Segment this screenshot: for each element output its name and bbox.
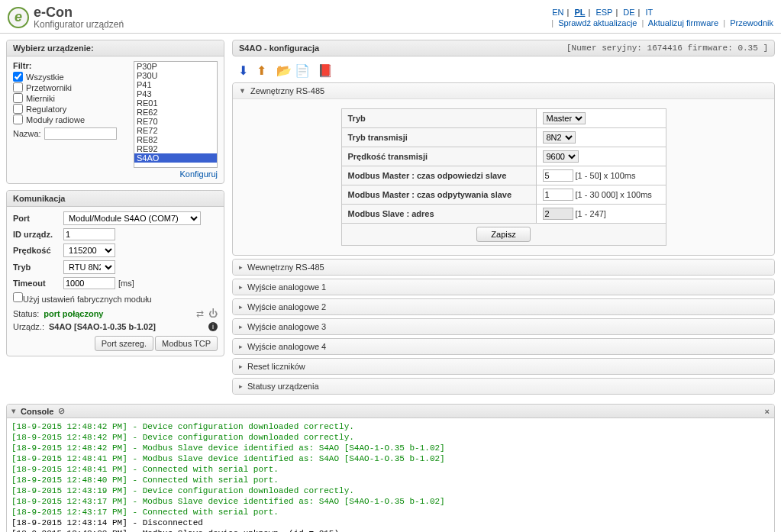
- app-header: e e-Con Konfigurator urządzeń EN| PL| ES…: [0, 0, 781, 34]
- section-internal-rs485[interactable]: ▸Wewnętrzny RS-485: [233, 260, 774, 275]
- device-list-item[interactable]: P41: [134, 80, 217, 89]
- cb-regulators[interactable]: [13, 104, 23, 114]
- open-folder-icon[interactable]: 📂: [276, 63, 292, 78]
- name-input[interactable]: [44, 127, 117, 140]
- device-list-item[interactable]: P43: [134, 89, 217, 98]
- section-external-rs485: ▼Zewnętrzny RS-485 TrybMaster Tryb trans…: [232, 82, 775, 256]
- serial-info: [Numer seryjny: 1674416 firmware: 0.35 ]: [566, 44, 768, 53]
- section-reset-counters[interactable]: ▸Reset liczników: [233, 359, 774, 374]
- console-close-icon[interactable]: ×: [765, 407, 770, 416]
- section-ao3[interactable]: ▸Wyjście analogowe 3: [233, 319, 774, 334]
- chevron-right-icon: ▸: [239, 303, 243, 311]
- param-speed-select[interactable]: 9600: [543, 150, 579, 163]
- logo-icon: e: [8, 7, 29, 28]
- lang-pl[interactable]: PL: [574, 8, 585, 17]
- console-title: Console: [21, 407, 53, 416]
- lang-esp[interactable]: ESP: [595, 8, 612, 17]
- communication-panel: Komunikacja PortModul/Module S4AO (COM7)…: [6, 190, 224, 356]
- console-panel: ▾ Console ⊘ × [18-9-2015 12:48:42 PM] - …: [6, 404, 775, 532]
- device-list[interactable]: P30PP30UP41P43RE01RE62RE70RE72RE82RE92S4…: [134, 61, 218, 168]
- device-list-item[interactable]: RE62: [134, 108, 217, 117]
- section-device-status[interactable]: ▸Statusy urządzenia: [233, 379, 774, 394]
- device-list-item[interactable]: RE70: [134, 117, 217, 126]
- cb-all[interactable]: [13, 72, 23, 82]
- status-value: port połączony: [44, 309, 103, 318]
- comm-panel-title: Komunikacja: [7, 191, 224, 207]
- mode-select[interactable]: RTU 8N2: [63, 260, 115, 274]
- save-button[interactable]: Zapisz: [476, 227, 530, 242]
- chevron-right-icon: ▸: [239, 343, 243, 350]
- chevron-down-icon: ▼: [239, 87, 246, 95]
- config-toolbar: ⬇ ⬆ 📂 📄 📕: [232, 61, 775, 82]
- device-list-item[interactable]: RE72: [134, 126, 217, 135]
- console-line: [18-9-2015 12:48:41 PM] - Connected with…: [11, 464, 770, 475]
- chevron-right-icon: ▸: [239, 363, 243, 370]
- console-line: [18-9-2015 12:43:17 PM] - Modbus Slave d…: [11, 496, 770, 507]
- chevron-right-icon: ▸: [239, 382, 243, 390]
- section-ao4[interactable]: ▸Wyjście analogowe 4: [233, 339, 774, 354]
- console-line: [18-9-2015 12:43:14 PM] - Disconnected: [11, 517, 770, 528]
- check-updates-link[interactable]: Sprawdź aktualizacje: [558, 18, 637, 27]
- language-selector: EN| PL| ESP| DE| IT: [549, 8, 773, 17]
- cb-meters[interactable]: [13, 93, 23, 103]
- filter-label: Filtr:: [13, 61, 129, 70]
- disconnect-icon[interactable]: ⏻: [208, 308, 218, 319]
- device-ident: S4AO [S4AO-1-0.35 b-1.02]: [49, 322, 156, 331]
- device-list-item[interactable]: RE82: [134, 135, 217, 144]
- param-addr-input[interactable]: [543, 208, 573, 220]
- device-list-item[interactable]: P30U: [134, 71, 217, 80]
- cb-transducers[interactable]: [13, 82, 23, 92]
- console-line: [18-9-2015 12:48:42 PM] - Modbus Slave d…: [11, 443, 770, 453]
- param-trans-select[interactable]: 8N2: [543, 131, 576, 143]
- console-line: [18-9-2015 12:48:41 PM] - Modbus Slave d…: [11, 453, 770, 464]
- config-header: S4AO - konfiguracja [Numer seryjny: 1674…: [232, 40, 775, 56]
- app-subtitle: Konfigurator urządzeń: [34, 19, 124, 30]
- console-output[interactable]: [18-9-2015 12:48:42 PM] - Device configu…: [7, 418, 774, 532]
- device-select-panel: Wybierz urządzenie: Filtr: Wszystkie Prz…: [6, 40, 224, 184]
- device-id-input[interactable]: [63, 228, 115, 240]
- guide-link[interactable]: Przewodnik: [730, 18, 773, 27]
- tab-serial[interactable]: Port szereg.: [95, 336, 153, 351]
- chevron-right-icon: ▸: [239, 323, 243, 330]
- section-header-external[interactable]: ▼Zewnętrzny RS-485: [233, 83, 774, 99]
- console-clear-icon[interactable]: ⊘: [58, 406, 65, 416]
- chevron-right-icon: ▸: [239, 283, 243, 291]
- lang-de[interactable]: DE: [623, 8, 634, 17]
- section-ao1[interactable]: ▸Wyjście analogowe 1: [233, 279, 774, 295]
- device-list-item[interactable]: RE92: [134, 144, 217, 153]
- cb-factory-settings[interactable]: [13, 292, 23, 302]
- console-toggle-icon[interactable]: ▾: [11, 406, 16, 416]
- info-icon[interactable]: i: [208, 322, 218, 331]
- console-line: [18-9-2015 12:43:17 PM] - Connected with…: [11, 507, 770, 517]
- console-line: [18-9-2015 12:48:42 PM] - Device configu…: [11, 421, 770, 432]
- connect-icon[interactable]: ⇄: [196, 308, 204, 319]
- console-line: [18-9-2015 12:48:42 PM] - Device configu…: [11, 432, 770, 443]
- param-mode-select[interactable]: Master: [543, 112, 586, 124]
- console-line: [18-9-2015 12:43:19 PM] - Device configu…: [11, 485, 770, 496]
- device-list-item[interactable]: RE01: [134, 98, 217, 108]
- param-poll-input[interactable]: [543, 189, 573, 201]
- lang-en[interactable]: EN: [552, 8, 563, 17]
- device-list-item[interactable]: P30P: [134, 62, 217, 71]
- configure-link[interactable]: Konfiguruj: [179, 169, 218, 179]
- tab-modbus-tcp[interactable]: Modbus TCP: [155, 336, 218, 351]
- pdf-export-icon[interactable]: 📕: [318, 63, 333, 78]
- app-title: e-Con: [34, 5, 124, 21]
- speed-select[interactable]: 115200: [63, 243, 115, 257]
- save-file-icon[interactable]: 📄: [295, 63, 310, 78]
- device-panel-title: Wybierz urządzenie:: [7, 40, 224, 56]
- chevron-right-icon: ▸: [239, 263, 243, 271]
- name-label: Nazwa:: [13, 129, 41, 138]
- download-icon[interactable]: ⬇: [235, 63, 250, 78]
- timeout-input[interactable]: [63, 277, 115, 289]
- upload-icon[interactable]: ⬆: [253, 63, 269, 78]
- console-line: [18-9-2015 12:48:40 PM] - Connected with…: [11, 475, 770, 485]
- device-list-item[interactable]: S4AO: [134, 153, 217, 163]
- console-line: [18-9-2015 12:43:03 PM] - Modbus Slave d…: [11, 528, 770, 532]
- update-firmware-link[interactable]: Aktualizuj firmware: [648, 18, 718, 27]
- section-ao2[interactable]: ▸Wyjście analogowe 2: [233, 299, 774, 314]
- port-select[interactable]: Modul/Module S4AO (COM7): [63, 211, 201, 225]
- param-resp-input[interactable]: [543, 169, 573, 182]
- lang-it[interactable]: IT: [646, 8, 654, 17]
- cb-radio[interactable]: [13, 114, 23, 124]
